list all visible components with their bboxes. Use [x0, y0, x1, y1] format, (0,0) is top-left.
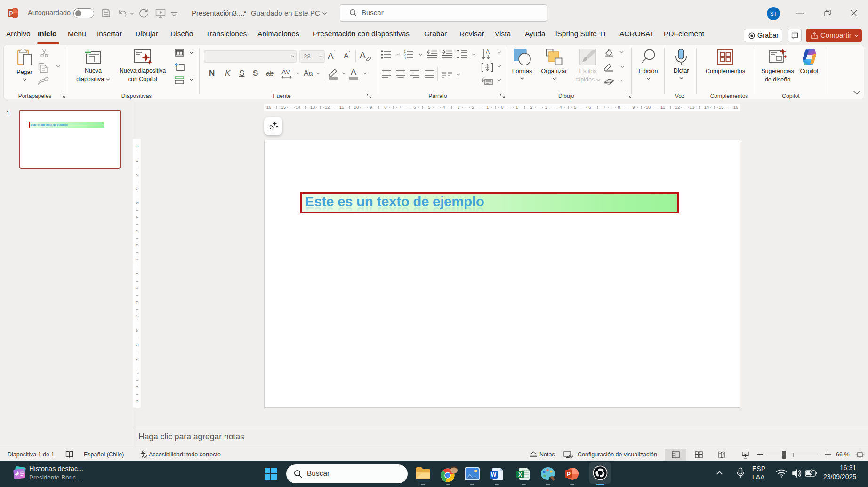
svg-text:X: X	[518, 471, 522, 478]
svg-text:P: P	[9, 10, 13, 17]
svg-text:2: 2	[404, 53, 406, 57]
svg-text:1: 1	[404, 50, 406, 53]
svg-text:A: A	[486, 49, 490, 55]
svg-text:3: 3	[404, 57, 406, 60]
svg-text:W: W	[491, 471, 497, 478]
svg-text:P: P	[567, 471, 571, 478]
